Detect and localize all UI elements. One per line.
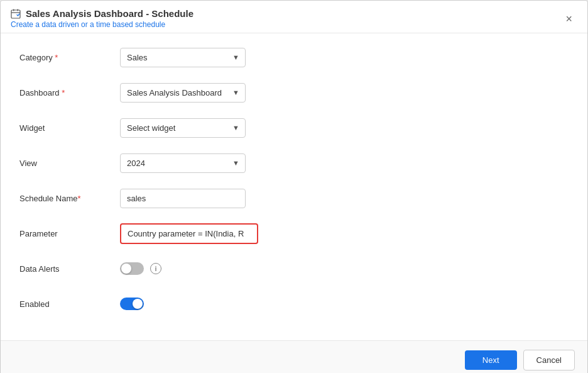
widget-row: Widget Select widget Widget 1 Widget 2 ▼ — [19, 116, 569, 139]
view-label: View — [19, 159, 120, 168]
schedule-name-label: Schedule Name* — [19, 194, 120, 203]
dialog-title: Sales Analysis Dashboard - Schedule — [11, 8, 193, 19]
dialog-subtitle: Create a data driven or a time based sch… — [11, 20, 193, 29]
category-select-wrapper: Sales Marketing Finance ▼ — [120, 48, 246, 67]
enabled-slider — [120, 298, 144, 310]
dashboard-label: Dashboard * — [19, 88, 120, 97]
widget-select[interactable]: Select widget Widget 1 Widget 2 — [120, 118, 246, 138]
enabled-control — [120, 298, 144, 310]
dialog-header: Sales Analysis Dashboard - Schedule Crea… — [1, 1, 587, 33]
svg-rect-1 — [13, 9, 14, 11]
parameter-row: Parameter Country parameter = IN(India, … — [19, 222, 569, 245]
dialog-footer: Next Cancel — [1, 340, 587, 373]
dashboard-row: Dashboard * Sales Analysis Dashboard Mar… — [19, 81, 569, 104]
enabled-toggle[interactable] — [120, 298, 144, 310]
enabled-row: Enabled — [19, 292, 569, 315]
parameter-label: Parameter — [19, 229, 120, 238]
svg-rect-2 — [18, 9, 19, 11]
widget-select-wrapper: Select widget Widget 1 Widget 2 ▼ — [120, 118, 246, 138]
schedule-icon — [11, 9, 21, 19]
close-button[interactable]: × — [560, 11, 577, 27]
data-alerts-slider — [120, 262, 144, 275]
widget-control: Select widget Widget 1 Widget 2 ▼ — [120, 118, 258, 138]
data-alerts-row: Data Alerts i — [19, 257, 569, 280]
dashboard-control: Sales Analysis Dashboard Marketing Dashb… — [120, 83, 258, 103]
view-select[interactable]: 2024 2023 2022 — [120, 153, 246, 173]
category-label: Category * — [19, 53, 120, 62]
cancel-button[interactable]: Cancel — [523, 350, 575, 370]
dialog-title-text: Sales Analysis Dashboard - Schedule — [26, 8, 193, 19]
category-row: Category * Sales Marketing Finance ▼ — [19, 46, 569, 69]
data-alerts-label: Data Alerts — [19, 264, 120, 274]
dialog-body: Category * Sales Marketing Finance ▼ Das… — [1, 33, 587, 340]
view-row: View 2024 2023 2022 ▼ — [19, 152, 569, 174]
view-select-wrapper: 2024 2023 2022 ▼ — [120, 153, 246, 173]
category-select[interactable]: Sales Marketing Finance — [120, 48, 246, 67]
parameter-value[interactable]: Country parameter = IN(India, R — [120, 223, 258, 244]
enabled-label: Enabled — [19, 299, 120, 309]
schedule-name-control — [120, 189, 258, 208]
dashboard-select-wrapper: Sales Analysis Dashboard Marketing Dashb… — [120, 83, 246, 103]
schedule-name-row: Schedule Name* — [19, 187, 569, 209]
data-alerts-info-icon[interactable]: i — [150, 263, 161, 274]
parameter-control: Country parameter = IN(India, R — [120, 223, 258, 244]
widget-label: Widget — [19, 123, 120, 133]
schedule-dialog: Sales Analysis Dashboard - Schedule Crea… — [0, 0, 588, 373]
next-button[interactable]: Next — [465, 350, 517, 370]
category-control: Sales Marketing Finance ▼ — [120, 48, 258, 67]
dashboard-select[interactable]: Sales Analysis Dashboard Marketing Dashb… — [120, 83, 246, 103]
schedule-name-input[interactable] — [120, 189, 246, 208]
title-group: Sales Analysis Dashboard - Schedule Crea… — [11, 8, 193, 29]
data-alerts-toggle[interactable] — [120, 262, 144, 275]
data-alerts-control: i — [120, 262, 161, 275]
view-control: 2024 2023 2022 ▼ — [120, 153, 258, 173]
